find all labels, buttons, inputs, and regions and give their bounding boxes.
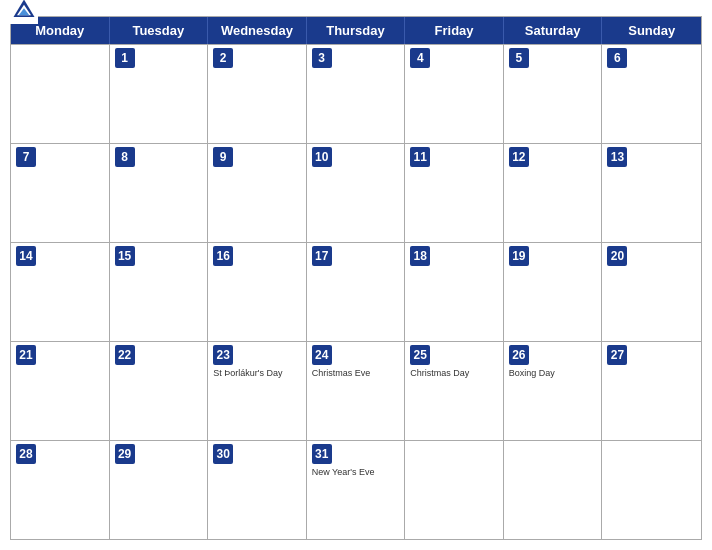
day-event: St Þorlákur's Day bbox=[213, 368, 301, 379]
day-number: 25 bbox=[410, 345, 430, 365]
day-number: 22 bbox=[115, 345, 135, 365]
day-number: 4 bbox=[410, 48, 430, 68]
day-number: 11 bbox=[410, 147, 430, 167]
day-cell: 18 bbox=[405, 243, 504, 341]
day-cell: 2 bbox=[208, 45, 307, 143]
day-cell bbox=[405, 441, 504, 539]
day-cell: 1 bbox=[110, 45, 209, 143]
day-cell: 31New Year's Eve bbox=[307, 441, 406, 539]
day-cell: 15 bbox=[110, 243, 209, 341]
day-number: 26 bbox=[509, 345, 529, 365]
day-number: 28 bbox=[16, 444, 36, 464]
day-number-empty bbox=[509, 444, 529, 464]
day-header-sunday: Sunday bbox=[602, 17, 701, 44]
day-cell: 27 bbox=[602, 342, 701, 440]
week-row-5: 28293031New Year's Eve bbox=[11, 440, 701, 539]
day-headers: MondayTuesdayWednesdayThursdayFridaySatu… bbox=[11, 17, 701, 44]
day-number: 12 bbox=[509, 147, 529, 167]
day-cell: 16 bbox=[208, 243, 307, 341]
day-cell bbox=[602, 441, 701, 539]
day-event: Christmas Eve bbox=[312, 368, 400, 379]
day-cell: 19 bbox=[504, 243, 603, 341]
generalblue-logo-icon bbox=[10, 0, 38, 24]
day-number: 20 bbox=[607, 246, 627, 266]
day-event: Christmas Day bbox=[410, 368, 498, 379]
day-number: 5 bbox=[509, 48, 529, 68]
day-header-friday: Friday bbox=[405, 17, 504, 44]
day-number: 14 bbox=[16, 246, 36, 266]
day-cell: 23St Þorlákur's Day bbox=[208, 342, 307, 440]
day-event: New Year's Eve bbox=[312, 467, 400, 478]
day-cell: 10 bbox=[307, 144, 406, 242]
day-cell: 8 bbox=[110, 144, 209, 242]
day-number-empty bbox=[607, 444, 627, 464]
day-number: 27 bbox=[607, 345, 627, 365]
week-row-2: 78910111213 bbox=[11, 143, 701, 242]
day-number: 21 bbox=[16, 345, 36, 365]
day-cell: 13 bbox=[602, 144, 701, 242]
week-row-1: 123456 bbox=[11, 44, 701, 143]
day-header-wednesday: Wednesday bbox=[208, 17, 307, 44]
day-cell: 14 bbox=[11, 243, 110, 341]
day-number: 23 bbox=[213, 345, 233, 365]
day-number: 9 bbox=[213, 147, 233, 167]
weeks: 1234567891011121314151617181920212223St … bbox=[11, 44, 701, 539]
day-number: 18 bbox=[410, 246, 430, 266]
day-number: 19 bbox=[509, 246, 529, 266]
day-cell: 21 bbox=[11, 342, 110, 440]
day-cell: 25Christmas Day bbox=[405, 342, 504, 440]
calendar: MondayTuesdayWednesdayThursdayFridaySatu… bbox=[10, 16, 702, 540]
day-number: 6 bbox=[607, 48, 627, 68]
day-number: 10 bbox=[312, 147, 332, 167]
day-header-tuesday: Tuesday bbox=[110, 17, 209, 44]
day-cell: 29 bbox=[110, 441, 209, 539]
day-number-empty bbox=[16, 48, 36, 68]
day-cell: 12 bbox=[504, 144, 603, 242]
day-number: 17 bbox=[312, 246, 332, 266]
day-number: 30 bbox=[213, 444, 233, 464]
day-cell: 24Christmas Eve bbox=[307, 342, 406, 440]
day-cell: 28 bbox=[11, 441, 110, 539]
day-cell: 7 bbox=[11, 144, 110, 242]
day-number: 2 bbox=[213, 48, 233, 68]
day-number: 8 bbox=[115, 147, 135, 167]
day-header-saturday: Saturday bbox=[504, 17, 603, 44]
day-event: Boxing Day bbox=[509, 368, 597, 379]
day-number: 16 bbox=[213, 246, 233, 266]
day-cell bbox=[504, 441, 603, 539]
day-cell: 20 bbox=[602, 243, 701, 341]
day-cell: 22 bbox=[110, 342, 209, 440]
day-number: 1 bbox=[115, 48, 135, 68]
day-number: 13 bbox=[607, 147, 627, 167]
day-cell: 17 bbox=[307, 243, 406, 341]
day-number: 31 bbox=[312, 444, 332, 464]
day-number: 29 bbox=[115, 444, 135, 464]
day-number-empty bbox=[410, 444, 430, 464]
day-cell: 9 bbox=[208, 144, 307, 242]
day-cell: 4 bbox=[405, 45, 504, 143]
day-cell: 3 bbox=[307, 45, 406, 143]
day-number: 15 bbox=[115, 246, 135, 266]
week-row-3: 14151617181920 bbox=[11, 242, 701, 341]
day-cell: 5 bbox=[504, 45, 603, 143]
day-cell: 26Boxing Day bbox=[504, 342, 603, 440]
day-cell: 11 bbox=[405, 144, 504, 242]
day-cell bbox=[11, 45, 110, 143]
day-number: 7 bbox=[16, 147, 36, 167]
day-header-thursday: Thursday bbox=[307, 17, 406, 44]
logo bbox=[10, 0, 40, 24]
day-number: 3 bbox=[312, 48, 332, 68]
day-cell: 6 bbox=[602, 45, 701, 143]
day-cell: 30 bbox=[208, 441, 307, 539]
day-number: 24 bbox=[312, 345, 332, 365]
week-row-4: 212223St Þorlákur's Day24Christmas Eve25… bbox=[11, 341, 701, 440]
